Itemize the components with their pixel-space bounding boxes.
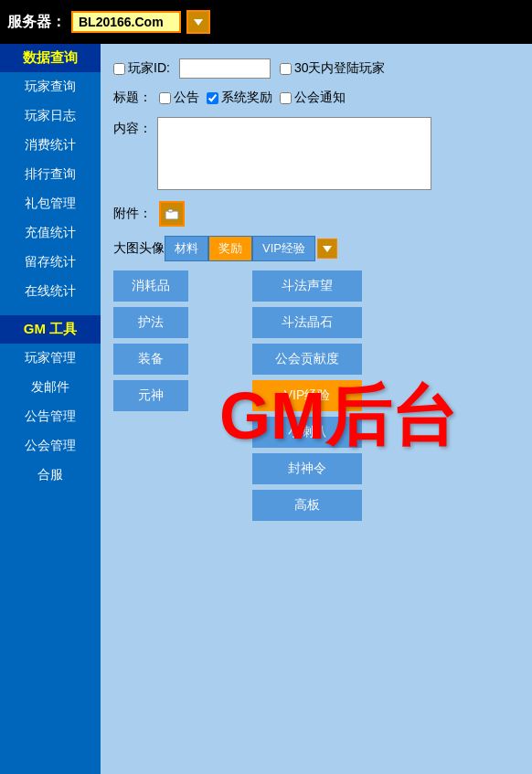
sidebar-item-rank-query[interactable]: 排行查询: [0, 160, 101, 189]
server-label: 服务器：: [7, 13, 66, 32]
notice-checkbox-label[interactable]: 公告: [159, 90, 199, 106]
sidebar-item-retention-stats[interactable]: 留存统计: [0, 248, 101, 277]
sidebar-item-player-query[interactable]: 玩家查询: [0, 72, 101, 101]
content-wrapper: 内容：: [113, 117, 519, 190]
player-id-row: 玩家ID: 30天内登陆玩家: [113, 58, 519, 79]
system-reward-checkbox[interactable]: [207, 92, 218, 104]
reward-btn-guardian[interactable]: 护法: [113, 307, 188, 338]
reward-btn-yuanshen[interactable]: 元神: [113, 380, 188, 411]
reward-btn-fengshenling[interactable]: 封神令: [252, 453, 362, 484]
recent-login-checkbox[interactable]: [280, 63, 292, 75]
main-layout: 数据查询 玩家查询 玩家日志 消费统计 排行查询 礼包管理 充值统计 留存统计 …: [0, 44, 532, 774]
reward-col-left: 消耗品 护法 装备 元神: [113, 270, 188, 521]
guild-notice-checkbox[interactable]: [280, 92, 292, 104]
guild-notice-text: 公会通知: [294, 90, 346, 106]
player-id-input[interactable]: [179, 58, 271, 79]
title-label: 标题：: [113, 90, 152, 106]
server-dropdown-btn[interactable]: [186, 10, 210, 34]
sidebar-item-merge-server[interactable]: 合服: [0, 461, 101, 490]
content-textarea[interactable]: [157, 117, 431, 190]
svg-rect-2: [168, 209, 173, 212]
notice-checkbox[interactable]: [159, 92, 171, 104]
svg-marker-3: [323, 246, 332, 252]
player-id-checkbox-label[interactable]: 玩家ID:: [113, 60, 170, 77]
sidebar-item-online-stats[interactable]: 在线统计: [0, 277, 101, 306]
sidebar-item-recharge-stats[interactable]: 充值统计: [0, 218, 101, 248]
player-id-label: 玩家ID:: [128, 60, 170, 77]
tabs-row: 大图头像 材料 奖励 VIP经验: [113, 236, 519, 261]
sidebar-item-send-mail[interactable]: 发邮件: [0, 373, 101, 402]
sidebar-item-consume-stats[interactable]: 消费统计: [0, 131, 101, 160]
sidebar: 数据查询 玩家查询 玩家日志 消费统计 排行查询 礼包管理 充值统计 留存统计 …: [0, 44, 101, 774]
reward-btn-small-horn[interactable]: 小喇叭: [252, 417, 362, 448]
player-id-checkbox[interactable]: [113, 63, 125, 75]
tab-material[interactable]: 材料: [165, 236, 208, 261]
sidebar-item-guild-manage[interactable]: 公会管理: [0, 431, 101, 461]
sidebar-item-gift-manage[interactable]: 礼包管理: [0, 189, 101, 218]
recent-login-text: 30天内登陆玩家: [294, 60, 386, 77]
svg-marker-0: [194, 19, 203, 26]
reward-grid: 消耗品 护法 装备 元神 斗法声望 斗法晶石 公会贡献度 VIP经验 小喇叭 封…: [113, 270, 519, 521]
sidebar-section-gm-tools: GM 工具: [0, 315, 101, 344]
sidebar-item-player-log[interactable]: 玩家日志: [0, 101, 101, 131]
tab-vip-exp[interactable]: VIP经验: [252, 236, 315, 261]
content-area: GM后台 玩家ID: 30天内登陆玩家 标题： 公告 系统奖励: [101, 44, 532, 774]
system-reward-text: 系统奖励: [221, 90, 272, 106]
title-row: 标题： 公告 系统奖励 公会通知: [113, 90, 519, 106]
content-label: 内容：: [113, 117, 152, 137]
reward-btn-guild-contribution[interactable]: 公会贡献度: [252, 344, 362, 375]
tabs-prefix-label: 大图头像: [113, 240, 165, 257]
guild-notice-checkbox-label[interactable]: 公会通知: [280, 90, 346, 106]
reward-col-right: 斗法声望 斗法晶石 公会贡献度 VIP经验 小喇叭 封神令 高板: [252, 270, 362, 521]
tabs-dropdown-btn[interactable]: [317, 239, 337, 259]
top-bar: 服务器：: [0, 0, 532, 44]
system-reward-checkbox-label[interactable]: 系统奖励: [207, 90, 272, 106]
reward-btn-consumable[interactable]: 消耗品: [113, 270, 188, 302]
sidebar-section-data-query: 数据查询: [0, 44, 101, 72]
reward-btn-dou-prestige[interactable]: 斗法声望: [252, 270, 362, 302]
sidebar-item-player-manage[interactable]: 玩家管理: [0, 344, 101, 373]
reward-btn-equipment[interactable]: 装备: [113, 344, 188, 375]
attachment-row: 附件：: [113, 201, 519, 227]
reward-btn-vip-exp[interactable]: VIP经验: [252, 380, 362, 411]
attachment-label: 附件：: [113, 206, 152, 222]
tab-reward[interactable]: 奖励: [208, 236, 252, 261]
recent-login-label[interactable]: 30天内登陆玩家: [280, 60, 386, 77]
reward-btn-gaoban[interactable]: 高板: [252, 490, 362, 521]
reward-btn-dou-crystal[interactable]: 斗法晶石: [252, 307, 362, 338]
server-input[interactable]: [71, 11, 181, 33]
sidebar-item-notice-manage[interactable]: 公告管理: [0, 402, 101, 431]
attachment-icon-btn[interactable]: [159, 201, 185, 227]
notice-text: 公告: [174, 90, 199, 106]
